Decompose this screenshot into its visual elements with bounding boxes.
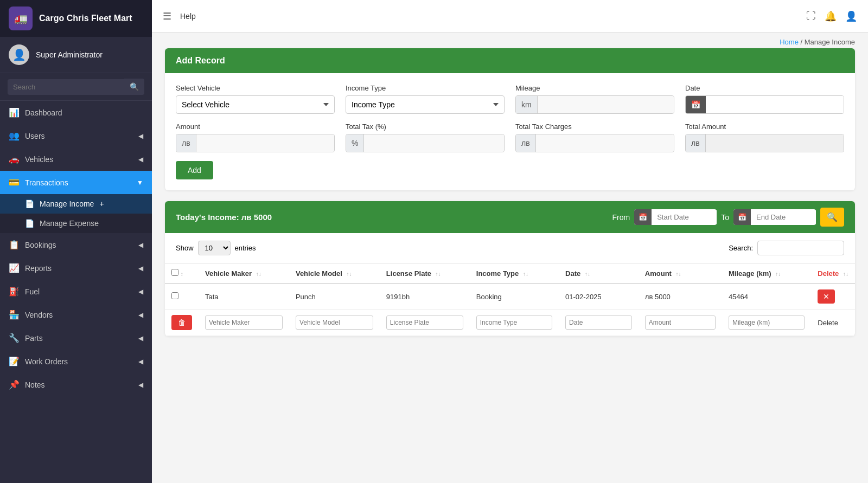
amount-group: Amount лв [176,123,335,152]
total-tax-input[interactable]: 0 [364,134,504,152]
search-button[interactable]: 🔍 [124,79,144,95]
users-icon: 👥 [9,131,20,141]
sidebar-item-fuel[interactable]: ⛽ Fuel ◀ [0,280,152,303]
sort-icon[interactable]: ↑↓ [256,271,261,277]
table-controls: Show 10 25 50 100 entries Search: [165,233,855,263]
amount-input[interactable] [196,134,334,152]
chevron-right-icon: ◀ [138,241,143,249]
content-area: Add Record Select Vehicle Select Vehicle… [152,48,868,360]
select-all-checkbox[interactable] [171,269,178,276]
search-input[interactable] [8,79,124,95]
today-income-display: Today's Income: лв 5000 [176,212,604,222]
dashboard-icon: 📊 [9,107,20,118]
topbar-right: ⛶ 🔔 👤 [806,10,857,22]
user-account-icon[interactable]: 👤 [845,10,857,22]
sidebar-item-vendors[interactable]: 🏪 Vendors ◀ [0,303,152,326]
filter-mileage[interactable] [729,315,805,330]
total-tax-charges-group: Total Tax Charges лв 0 [515,123,674,152]
work-orders-icon: 📝 [9,356,20,366]
table-search-input[interactable] [757,241,844,255]
amount-prefix: лв [176,134,196,152]
bell-icon[interactable]: 🔔 [825,10,837,22]
sort-icon[interactable]: ↑↓ [436,271,441,277]
bookings-icon: 📋 [9,240,20,250]
today-income-label: Today's Income: [176,212,239,222]
total-tax-charges-input-group: лв 0 [515,134,674,152]
from-date-input[interactable] [652,210,717,224]
sidebar-item-manage-income[interactable]: 📄 Manage Income + [0,194,152,214]
chevron-right-icon: ◀ [138,265,143,272]
delete-row-button[interactable]: ✕ [818,289,835,304]
chevron-right-icon: ◀ [138,132,143,140]
date-input[interactable]: 2025-02-04 [706,96,844,113]
sidebar-item-parts[interactable]: 🔧 Parts ◀ [0,326,152,350]
sort-icon[interactable]: ↑↓ [523,271,528,277]
total-amount-label: Total Amount [685,123,844,131]
income-type-select[interactable]: Income Type [346,95,505,114]
total-tax-charges-input[interactable]: 0 [536,134,674,152]
breadcrumb-home-link[interactable]: Home [780,38,799,46]
sidebar-user-section: 👤 Super Administrator [0,37,152,73]
sort-icon[interactable]: ↑↓ [775,271,781,277]
menu-icon[interactable]: ☰ [163,10,171,22]
row-delete-cell: ✕ [811,284,855,310]
select-all-cell: ↕ [165,263,199,284]
filter-delete-cell: 🗑 [165,310,199,336]
filter-amount[interactable] [645,315,716,330]
col-vehicle-maker-label: Vehicle Maker [205,269,252,278]
sidebar-item-dashboard[interactable]: 📊 Dashboard [0,101,152,124]
vehicle-label: Select Vehicle [176,84,335,92]
income-table-header: Today's Income: лв 5000 From 📅 To 📅 [165,201,855,233]
filter-date[interactable] [565,315,632,330]
filter-vehicle-model[interactable] [296,315,373,330]
col-license-plate-label: License Plate [386,269,431,278]
sort-icon[interactable]: ↑↓ [347,271,352,277]
bulk-delete-button[interactable]: 🗑 [171,315,192,330]
entries-select[interactable]: 10 25 50 100 [198,241,231,255]
sidebar-item-vehicles[interactable]: 🚗 Vehicles ◀ [0,147,152,171]
total-amount-input-group: лв [685,134,844,152]
filter-vehicle-maker-cell [199,310,289,336]
from-calendar-icon[interactable]: 📅 [634,209,652,225]
sidebar-item-users[interactable]: 👥 Users ◀ [0,124,152,147]
sidebar-item-notes[interactable]: 📌 Notes ◀ [0,373,152,396]
filter-search-button[interactable]: 🔍 [820,208,844,227]
mileage-input[interactable] [538,96,674,113]
breadcrumb: Home / Manage Income [152,33,868,48]
sidebar-item-work-orders[interactable]: 📝 Work Orders ◀ [0,350,152,373]
app-title: Cargo Chris Fleet Mart [39,13,132,23]
sidebar-item-manage-expense[interactable]: 📄 Manage Expense [0,214,152,233]
filter-income-type-cell [470,310,559,336]
date-calendar-icon[interactable]: 📅 [686,96,706,113]
total-amount-group: Total Amount лв [685,123,844,152]
filter-license-plate[interactable] [386,315,463,330]
to-calendar-icon[interactable]: 📅 [733,209,751,225]
add-button[interactable]: Add [176,161,213,179]
sort-icon[interactable]: ↑↓ [843,271,848,277]
sidebar-item-label: Manage Expense [40,219,99,228]
sort-icon[interactable]: ↑↓ [676,271,681,277]
expand-icon[interactable]: ⛶ [806,10,816,22]
filter-income-type[interactable] [476,315,552,330]
row-income-type: Booking [470,284,559,310]
sort-icon[interactable]: ↑↓ [585,271,590,277]
col-amount: Amount ↑↓ [639,263,722,284]
sidebar-item-transactions[interactable]: 💳 Transactions ▼ [0,171,152,194]
col-license-plate: License Plate ↑↓ [380,263,470,284]
breadcrumb-current: Manage Income [805,38,855,46]
chevron-right-icon: ◀ [138,288,143,295]
sidebar-item-label: Fuel [25,287,133,296]
row-checkbox[interactable] [171,292,178,299]
sidebar-item-reports[interactable]: 📈 Reports ◀ [0,256,152,280]
row-vehicle-model: Punch [289,284,380,310]
vehicle-select[interactable]: Select Vehicle [176,95,335,114]
sidebar-item-bookings[interactable]: 📋 Bookings ◀ [0,233,152,256]
fuel-icon: ⛽ [9,286,20,297]
total-tax-group: Total Tax (%) % 0 [346,123,505,152]
plus-icon: + [99,199,104,208]
sidebar-item-label: Manage Income [40,199,94,208]
total-amount-input[interactable] [706,134,844,152]
to-date-input[interactable] [751,210,816,224]
filter-vehicle-maker[interactable] [205,315,283,330]
sidebar-item-label: Bookings [25,241,133,249]
